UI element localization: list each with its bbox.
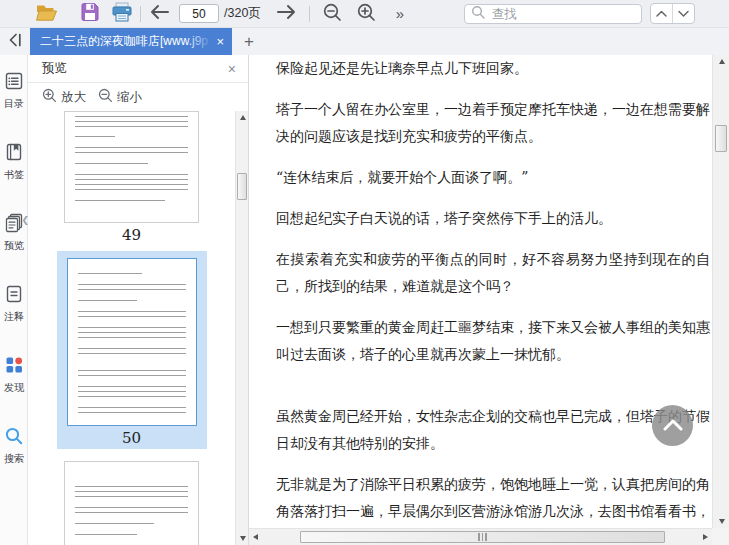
printer-icon (111, 2, 133, 25)
scroll-right-arrow[interactable] (699, 530, 712, 543)
sidebar-item-label: 目录 (3, 97, 23, 111)
scroll-down-arrow[interactable] (236, 532, 248, 545)
find-next-button[interactable] (673, 4, 694, 23)
thumbnail-zoom-in-label: 放大 (61, 89, 86, 106)
zoom-in-button[interactable] (354, 2, 378, 26)
page-number-input[interactable] (179, 4, 219, 23)
page-text: 保险起见还是先让璃奈早点儿下班回家。塔子一个人留在办公室里，一边着手预定摩托车快… (249, 55, 712, 528)
arrow-right-icon (276, 3, 298, 24)
thumbnail-zoom-out-label: 缩小 (117, 89, 142, 106)
magnifier-plus-small-icon (42, 88, 57, 106)
preview-panel-close-icon[interactable]: × (228, 62, 236, 76)
scrollbar-thumb[interactable] (237, 173, 247, 200)
window-body: 目录 书签 (0, 55, 729, 545)
paragraph: 在摸索着充实和疲劳的平衡点的同时，好不容易努力坚持到现在的自己，所找到的结果，难… (276, 246, 710, 300)
paragraph: 无非就是为了消除平日积累的疲劳，饱饱地睡上一觉，认真把房间的角角落落打扫一遍，早… (276, 471, 710, 525)
find-input[interactable] (490, 6, 635, 22)
thumbnail-scrollbar[interactable] (235, 111, 248, 545)
paragraph: 塔子一个人留在办公室里，一边着手预定摩托车快递，一边在想需要解决的问题应该是找到… (276, 96, 710, 150)
scroll-left-arrow[interactable] (249, 530, 262, 543)
chevron-down-icon (677, 7, 690, 21)
magnifier-minus-small-icon (98, 88, 113, 106)
sidebar-item-label: 注释 (3, 310, 23, 324)
sidebar-item-label: 搜索 (3, 452, 23, 466)
pdf-reader-window: /320页 (0, 0, 729, 545)
sidebar-item-discover[interactable]: 发现 (3, 355, 25, 395)
arrow-left-icon (148, 3, 170, 24)
sidebar-item-annotations[interactable]: 注释 (3, 284, 25, 324)
chevron-up-icon (662, 417, 684, 434)
note-document-icon (4, 284, 24, 307)
scroll-down-arrow[interactable] (713, 515, 729, 528)
paragraph: 虽然黄金周已经开始，女性杂志企划的交稿也早已完成，但塔子的节假日却没有其他特别的… (276, 403, 710, 457)
tab-bar: 二十三点的深夜咖啡店[www.j9p × + (0, 28, 729, 55)
next-page-button[interactable] (275, 2, 299, 26)
scrollbar-grip (478, 533, 487, 541)
scrollbar-thumb[interactable] (300, 531, 665, 543)
sidebar-item-label: 预览 (3, 239, 23, 253)
preview-panel-tools: 放大 缩小 (28, 83, 248, 111)
tab-title-fade (186, 28, 212, 55)
sidebar-item-toc[interactable]: 目录 (3, 71, 25, 111)
sidebar-item-label: 书签 (3, 168, 23, 182)
discover-grid-icon (4, 355, 24, 378)
thumbnail-page-partial[interactable] (28, 461, 235, 545)
chevron-double-right-icon: » (396, 6, 404, 21)
paragraph: 一想到只要繁重的黄金周赶工噩梦结束，接下来又会被人事组的美知惠叫过去面谈，塔子的… (276, 314, 710, 368)
vertical-scrollbar[interactable] (712, 55, 729, 528)
sidebar-item-bookmarks[interactable]: 书签 (3, 142, 25, 182)
tab-close-icon[interactable]: × (216, 35, 224, 48)
toolbar-separator (140, 6, 141, 22)
main-toolbar: /320页 (0, 0, 729, 28)
preview-panel-title: 预览 (42, 60, 228, 77)
find-box[interactable] (464, 4, 642, 24)
scroll-up-arrow[interactable] (713, 55, 729, 68)
toc-icon (4, 71, 24, 94)
thumbnail-list: 49 (28, 111, 248, 545)
preview-panel-header: 预览 × (28, 55, 248, 83)
horizontal-scrollbar[interactable] (249, 528, 712, 545)
paragraph: “连休结束后，就要开始个人面谈了啊。” (276, 164, 710, 191)
thumbnail-zoom-out-button[interactable]: 缩小 (98, 88, 142, 106)
previous-page-button[interactable] (147, 2, 171, 26)
bookmark-book-icon (4, 142, 24, 165)
scrollbar-thumb[interactable] (715, 125, 727, 152)
open-file-button[interactable] (34, 2, 58, 26)
more-tools-button[interactable]: » (388, 2, 412, 26)
sidebar-item-label: 发现 (3, 381, 23, 395)
thumbnail-page-label: 50 (57, 429, 207, 447)
back-to-top-button[interactable] (652, 405, 693, 446)
zoom-out-button[interactable] (320, 2, 344, 26)
toolbar-separator (309, 6, 310, 22)
thumbnail-page-label: 49 (28, 226, 235, 244)
search-icon (471, 5, 485, 22)
chevron-left-bar-icon (7, 32, 23, 51)
paragraph: 保险起见还是先让璃奈早点儿下班回家。 (276, 55, 710, 82)
find-prev-next-group (650, 3, 695, 24)
save-icon (80, 2, 100, 25)
document-view: 保险起见还是先让璃奈早点儿下班回家。塔子一个人留在办公室里，一边着手预定摩托车快… (249, 55, 729, 545)
thumbnail-page-49[interactable]: 49 (28, 111, 235, 244)
new-tab-button[interactable]: + (232, 28, 266, 55)
scroll-up-arrow[interactable] (236, 111, 248, 124)
thumbnail-zoom-in-button[interactable]: 放大 (42, 88, 86, 106)
print-button[interactable] (110, 2, 134, 26)
paragraph: 回想起纪实子白天说的话，塔子突然停下手上的活儿。 (276, 205, 710, 232)
thumbnail-page-50-selected[interactable]: 50 (57, 251, 207, 449)
page-total-label: /320页 (224, 5, 261, 22)
chevron-up-icon (655, 7, 668, 21)
search-blue-icon (4, 426, 24, 449)
plus-icon: + (244, 33, 254, 50)
sidebar-item-search[interactable]: 搜索 (3, 426, 25, 466)
scrollbar-corner (712, 528, 729, 545)
magnifier-minus-icon (322, 2, 342, 25)
preview-panel: 预览 × 放大 (28, 55, 249, 545)
document-tab-active[interactable]: 二十三点的深夜咖啡店[www.j9p × (30, 28, 232, 55)
open-folder-icon (35, 2, 58, 25)
tab-scroll-left-button[interactable] (0, 28, 30, 55)
sidebar: 目录 书签 (0, 55, 28, 545)
save-button[interactable] (78, 2, 102, 26)
find-previous-button[interactable] (651, 4, 673, 23)
magnifier-plus-icon (356, 2, 376, 25)
